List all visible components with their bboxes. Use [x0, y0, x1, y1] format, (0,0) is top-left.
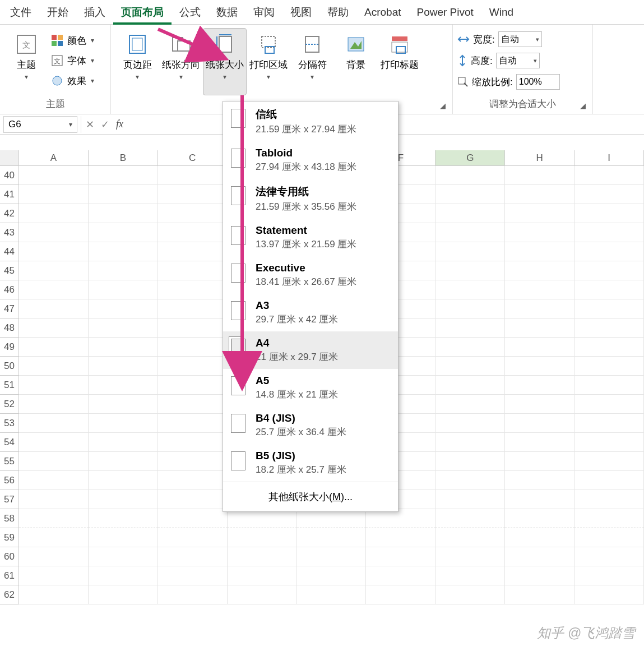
cell[interactable] — [19, 547, 89, 566]
cell[interactable] — [19, 242, 89, 261]
cell[interactable] — [505, 395, 574, 414]
cell[interactable] — [435, 395, 505, 414]
tab-审阅[interactable]: 审阅 — [245, 0, 282, 25]
cell[interactable] — [505, 452, 574, 471]
cell[interactable] — [19, 223, 89, 242]
cell[interactable] — [435, 299, 505, 318]
cell[interactable] — [89, 242, 158, 261]
name-box[interactable]: G6 ▾ — [3, 116, 77, 133]
cell[interactable] — [89, 261, 158, 280]
paper-size-option[interactable]: 信纸21.59 厘米 x 27.94 厘米 — [223, 101, 398, 141]
row-header[interactable]: 60 — [0, 547, 19, 566]
cell[interactable] — [435, 357, 505, 376]
row-header[interactable]: 57 — [0, 490, 19, 509]
cell[interactable] — [505, 547, 574, 566]
cell[interactable] — [574, 395, 644, 414]
col-header-I[interactable]: I — [574, 150, 644, 165]
cell[interactable] — [19, 585, 89, 604]
cell[interactable] — [89, 547, 158, 566]
cell[interactable] — [158, 509, 228, 528]
cell[interactable] — [435, 166, 505, 185]
cell[interactable] — [19, 261, 89, 280]
paper-size-option[interactable]: A329.7 厘米 x 42 厘米 — [223, 294, 398, 331]
cell[interactable] — [505, 318, 574, 338]
cell[interactable] — [158, 299, 228, 318]
cell[interactable] — [89, 223, 158, 242]
cell[interactable] — [505, 528, 574, 547]
cell[interactable] — [19, 338, 89, 357]
cell[interactable] — [435, 204, 505, 223]
cell[interactable] — [19, 414, 89, 433]
paper-size-option[interactable]: 法律专用纸21.59 厘米 x 35.56 厘米 — [223, 179, 398, 219]
row-header[interactable]: 56 — [0, 471, 19, 490]
tab-页面布局[interactable]: 页面布局 — [113, 0, 172, 25]
cell[interactable] — [158, 376, 228, 395]
cell[interactable] — [574, 585, 644, 604]
cell[interactable] — [89, 585, 158, 604]
row-header[interactable]: 40 — [0, 166, 19, 185]
cell[interactable] — [89, 566, 158, 585]
breaks-button[interactable]: 分隔符 ▾ — [290, 28, 334, 95]
col-header-C[interactable]: C — [158, 150, 228, 165]
cell[interactable] — [89, 166, 158, 185]
cell[interactable] — [505, 280, 574, 299]
row-header[interactable]: 62 — [0, 585, 19, 604]
col-header-G[interactable]: G — [435, 150, 505, 165]
row-header[interactable]: 54 — [0, 433, 19, 452]
tab-插入[interactable]: 插入 — [76, 0, 113, 25]
tab-数据[interactable]: 数据 — [209, 0, 245, 25]
row-header[interactable]: 53 — [0, 414, 19, 433]
cell[interactable] — [19, 185, 89, 204]
cell[interactable] — [574, 414, 644, 433]
cell[interactable] — [158, 223, 228, 242]
paper-size-option[interactable]: Tabloid27.94 厘米 x 43.18 厘米 — [223, 141, 398, 179]
cell[interactable] — [89, 338, 158, 357]
margins-button[interactable]: 页边距 ▾ — [115, 28, 159, 95]
cell[interactable] — [505, 509, 574, 528]
cell[interactable] — [158, 566, 228, 585]
cell[interactable] — [574, 547, 644, 566]
tab-开始[interactable]: 开始 — [39, 0, 76, 25]
row-header[interactable]: 41 — [0, 185, 19, 204]
row-header[interactable]: 51 — [0, 376, 19, 395]
cell[interactable] — [435, 414, 505, 433]
tab-Wind[interactable]: Wind — [481, 0, 521, 25]
cell[interactable] — [574, 490, 644, 509]
cell[interactable] — [158, 471, 228, 490]
cell[interactable] — [505, 585, 574, 604]
cell[interactable] — [435, 223, 505, 242]
cell[interactable] — [435, 509, 505, 528]
height-dropdown[interactable]: 自动▾ — [496, 53, 540, 68]
cell[interactable] — [435, 547, 505, 566]
tab-视图[interactable]: 视图 — [282, 0, 319, 25]
cell[interactable] — [574, 471, 644, 490]
col-header-H[interactable]: H — [505, 150, 574, 165]
cell[interactable] — [505, 185, 574, 204]
paper-size-option[interactable]: A514.8 厘米 x 21 厘米 — [223, 369, 398, 407]
cell[interactable] — [505, 414, 574, 433]
cell[interactable] — [158, 318, 228, 338]
print-titles-button[interactable]: 打印标题 — [378, 28, 421, 95]
cell[interactable] — [505, 357, 574, 376]
orientation-button[interactable]: 纸张方向 ▾ — [159, 28, 203, 95]
cell[interactable] — [435, 566, 505, 585]
effects-button[interactable]: 效果▾ — [48, 71, 96, 91]
tab-文件[interactable]: 文件 — [2, 0, 39, 25]
cell[interactable] — [228, 509, 297, 528]
cell[interactable] — [297, 585, 367, 604]
cell[interactable] — [435, 528, 505, 547]
colors-button[interactable]: 颜色▾ — [48, 30, 96, 50]
cell[interactable] — [435, 452, 505, 471]
cell[interactable] — [19, 471, 89, 490]
cell[interactable] — [574, 242, 644, 261]
more-paper-sizes[interactable]: 其他纸张大小(M)... — [223, 482, 398, 511]
cell[interactable] — [19, 433, 89, 452]
cell[interactable] — [19, 490, 89, 509]
tab-Acrobat[interactable]: Acrobat — [356, 0, 409, 25]
cell[interactable] — [574, 376, 644, 395]
cell[interactable] — [505, 204, 574, 223]
cell[interactable] — [505, 223, 574, 242]
cell[interactable] — [228, 528, 297, 547]
cell[interactable] — [89, 204, 158, 223]
cell[interactable] — [158, 261, 228, 280]
